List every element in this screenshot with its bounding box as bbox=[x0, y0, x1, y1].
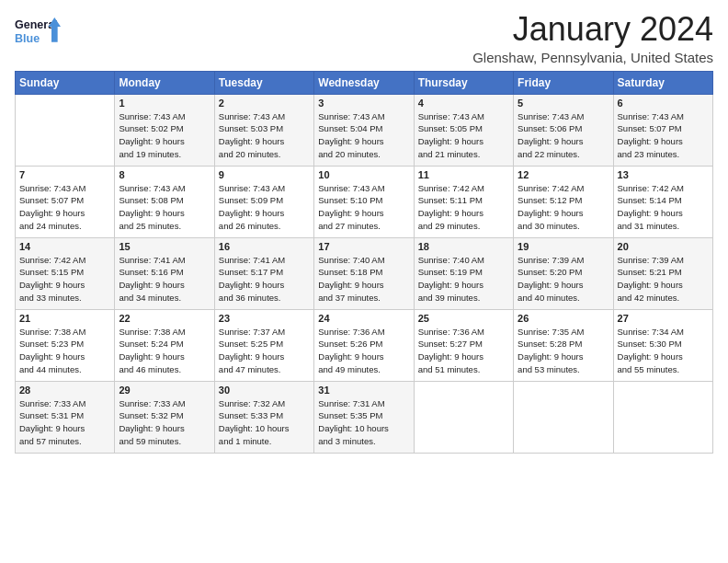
cell-line: Daylight: 9 hours bbox=[119, 136, 184, 146]
cell-content: Sunrise: 7:39 AMSunset: 5:21 PMDaylight:… bbox=[618, 254, 709, 304]
cell-line: Daylight: 9 hours bbox=[219, 280, 284, 290]
cell-line: Daylight: 9 hours bbox=[318, 351, 383, 362]
column-header-saturday: Saturday bbox=[613, 71, 712, 94]
week-row-2: 7Sunrise: 7:43 AMSunset: 5:07 PMDaylight… bbox=[16, 166, 713, 237]
cell-line: Daylight: 10 hours bbox=[318, 423, 389, 433]
cell-content: Sunrise: 7:32 AMSunset: 5:33 PMDaylight:… bbox=[219, 397, 310, 448]
cell-line: Sunset: 5:17 PM bbox=[219, 267, 283, 277]
cell-line: Sunset: 5:21 PM bbox=[618, 267, 682, 277]
calendar-cell: 18Sunrise: 7:40 AMSunset: 5:19 PMDayligh… bbox=[414, 237, 513, 309]
cell-line: Sunrise: 7:34 AM bbox=[618, 327, 684, 337]
cell-line: Sunrise: 7:43 AM bbox=[318, 111, 384, 121]
cell-line: Sunset: 5:18 PM bbox=[318, 267, 382, 277]
day-number: 16 bbox=[219, 241, 310, 252]
day-number: 18 bbox=[418, 241, 509, 252]
day-number: 26 bbox=[518, 313, 609, 324]
cell-content: Sunrise: 7:43 AMSunset: 5:05 PMDaylight:… bbox=[418, 110, 509, 161]
calendar-cell: 4Sunrise: 7:43 AMSunset: 5:05 PMDaylight… bbox=[414, 94, 513, 166]
calendar-cell bbox=[613, 381, 712, 453]
cell-line: Daylight: 9 hours bbox=[418, 351, 483, 362]
cell-line: Sunrise: 7:43 AM bbox=[318, 183, 384, 193]
calendar-cell: 28Sunrise: 7:33 AMSunset: 5:31 PMDayligh… bbox=[16, 381, 115, 453]
calendar-cell: 22Sunrise: 7:38 AMSunset: 5:24 PMDayligh… bbox=[115, 309, 214, 381]
cell-line: Sunrise: 7:43 AM bbox=[19, 183, 85, 193]
cell-line: Sunrise: 7:31 AM bbox=[318, 398, 384, 408]
cell-line: Daylight: 9 hours bbox=[19, 208, 85, 218]
header-row: General Blue January 2024 Glenshaw, Penn… bbox=[15, 11, 713, 65]
cell-line: Daylight: 9 hours bbox=[19, 351, 85, 362]
cell-content: Sunrise: 7:37 AMSunset: 5:25 PMDaylight:… bbox=[219, 326, 310, 376]
cell-content: Sunrise: 7:41 AMSunset: 5:17 PMDaylight:… bbox=[219, 254, 310, 304]
calendar-cell: 17Sunrise: 7:40 AMSunset: 5:18 PMDayligh… bbox=[314, 237, 414, 309]
calendar-cell: 26Sunrise: 7:35 AMSunset: 5:28 PMDayligh… bbox=[514, 309, 613, 381]
cell-line: and 19 minutes. bbox=[119, 149, 181, 159]
cell-line: and 42 minutes. bbox=[618, 293, 680, 303]
calendar-cell: 23Sunrise: 7:37 AMSunset: 5:25 PMDayligh… bbox=[214, 309, 313, 381]
cell-line: Sunset: 5:24 PM bbox=[119, 339, 183, 349]
calendar-cell: 20Sunrise: 7:39 AMSunset: 5:21 PMDayligh… bbox=[613, 237, 712, 309]
cell-content: Sunrise: 7:35 AMSunset: 5:28 PMDaylight:… bbox=[518, 326, 609, 376]
cell-line: Daylight: 9 hours bbox=[219, 208, 284, 218]
cell-line: and 23 minutes. bbox=[618, 149, 680, 159]
cell-line: and 25 minutes. bbox=[119, 221, 181, 231]
calendar-cell bbox=[514, 381, 613, 453]
cell-line: Daylight: 9 hours bbox=[618, 136, 683, 146]
day-number: 2 bbox=[219, 98, 310, 109]
cell-content: Sunrise: 7:36 AMSunset: 5:27 PMDaylight:… bbox=[418, 326, 509, 376]
day-number: 11 bbox=[418, 169, 509, 180]
cell-line: Sunrise: 7:43 AM bbox=[219, 111, 285, 121]
cell-line: and 39 minutes. bbox=[418, 293, 481, 303]
cell-line: and 46 minutes. bbox=[119, 364, 181, 374]
cell-line: Daylight: 9 hours bbox=[518, 280, 583, 290]
location: Glenshaw, Pennsylvania, United States bbox=[472, 50, 713, 65]
logo: General Blue bbox=[15, 11, 61, 52]
cell-content: Sunrise: 7:43 AMSunset: 5:09 PMDaylight:… bbox=[219, 182, 310, 233]
cell-line: and 24 minutes. bbox=[19, 221, 82, 231]
column-header-sunday: Sunday bbox=[16, 71, 115, 94]
calendar-cell bbox=[16, 94, 115, 166]
calendar-cell: 24Sunrise: 7:36 AMSunset: 5:26 PMDayligh… bbox=[314, 309, 414, 381]
cell-line: and 37 minutes. bbox=[318, 293, 381, 303]
cell-line: Sunset: 5:09 PM bbox=[219, 195, 283, 205]
calendar-cell bbox=[414, 381, 513, 453]
calendar-cell: 3Sunrise: 7:43 AMSunset: 5:04 PMDaylight… bbox=[314, 94, 414, 166]
day-number: 31 bbox=[318, 385, 409, 396]
calendar-cell: 2Sunrise: 7:43 AMSunset: 5:03 PMDaylight… bbox=[214, 94, 313, 166]
day-number: 23 bbox=[219, 313, 310, 324]
day-number: 3 bbox=[318, 98, 409, 109]
day-number: 19 bbox=[518, 241, 609, 252]
cell-line: Daylight: 9 hours bbox=[19, 280, 85, 290]
day-number: 9 bbox=[219, 169, 310, 180]
cell-line: Daylight: 9 hours bbox=[318, 208, 383, 218]
cell-content: Sunrise: 7:34 AMSunset: 5:30 PMDaylight:… bbox=[618, 326, 709, 376]
cell-line: Sunrise: 7:38 AM bbox=[19, 327, 85, 337]
cell-line: Sunset: 5:23 PM bbox=[19, 339, 84, 349]
cell-line: Sunrise: 7:41 AM bbox=[119, 255, 185, 265]
cell-line: Daylight: 9 hours bbox=[318, 280, 383, 290]
cell-line: and 22 minutes. bbox=[518, 149, 580, 159]
cell-line: Sunset: 5:08 PM bbox=[119, 195, 183, 205]
cell-line: and 55 minutes. bbox=[618, 364, 680, 374]
cell-line: Sunrise: 7:43 AM bbox=[518, 111, 584, 121]
day-number: 13 bbox=[618, 169, 709, 180]
calendar-cell: 6Sunrise: 7:43 AMSunset: 5:07 PMDaylight… bbox=[613, 94, 712, 166]
cell-line: Sunrise: 7:42 AM bbox=[518, 183, 584, 193]
cell-line: and 51 minutes. bbox=[418, 364, 481, 374]
logo-svg: General Blue bbox=[15, 11, 61, 52]
cell-content: Sunrise: 7:40 AMSunset: 5:19 PMDaylight:… bbox=[418, 254, 509, 304]
cell-line: Sunrise: 7:43 AM bbox=[618, 111, 684, 121]
cell-line: Sunset: 5:07 PM bbox=[618, 123, 682, 133]
cell-line: Daylight: 9 hours bbox=[418, 136, 483, 146]
calendar-cell: 11Sunrise: 7:42 AMSunset: 5:11 PMDayligh… bbox=[414, 166, 513, 237]
cell-line: Sunset: 5:35 PM bbox=[318, 410, 382, 420]
cell-content: Sunrise: 7:42 AMSunset: 5:15 PMDaylight:… bbox=[19, 254, 110, 304]
cell-line: Sunset: 5:05 PM bbox=[418, 123, 483, 133]
day-number: 10 bbox=[318, 169, 409, 180]
cell-line: and 1 minute. bbox=[219, 436, 272, 446]
cell-line: and 49 minutes. bbox=[318, 364, 381, 374]
cell-line: Sunrise: 7:43 AM bbox=[119, 183, 185, 193]
cell-line: Sunset: 5:16 PM bbox=[119, 267, 183, 277]
cell-line: Daylight: 9 hours bbox=[418, 208, 483, 218]
week-row-5: 28Sunrise: 7:33 AMSunset: 5:31 PMDayligh… bbox=[16, 381, 713, 453]
cell-line: Sunrise: 7:39 AM bbox=[518, 255, 584, 265]
